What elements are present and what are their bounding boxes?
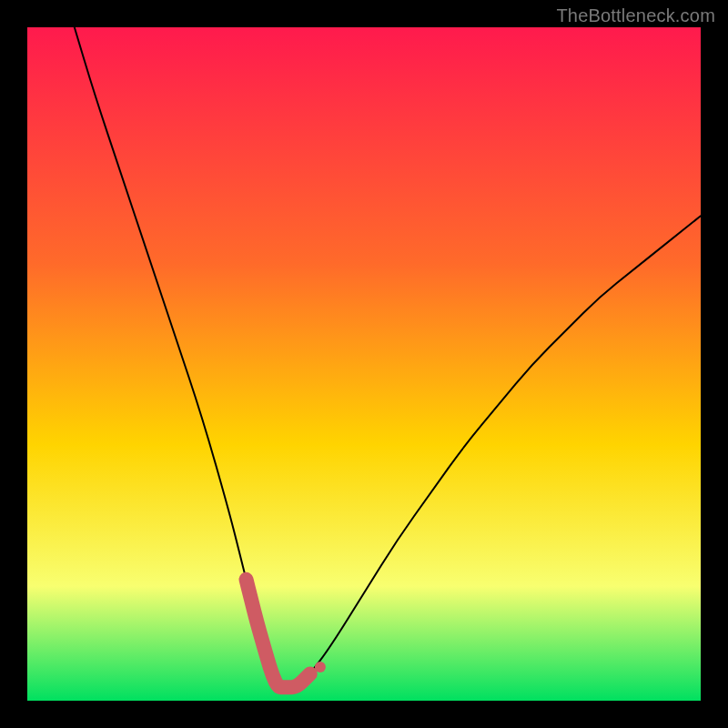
watermark-text: TheBottleneck.com (556, 5, 715, 26)
highlight-marker (315, 662, 326, 672)
chart-frame: TheBottleneck.com (0, 0, 728, 728)
gradient-background (27, 27, 701, 701)
chart-svg (27, 27, 701, 701)
plot-area (27, 27, 701, 701)
